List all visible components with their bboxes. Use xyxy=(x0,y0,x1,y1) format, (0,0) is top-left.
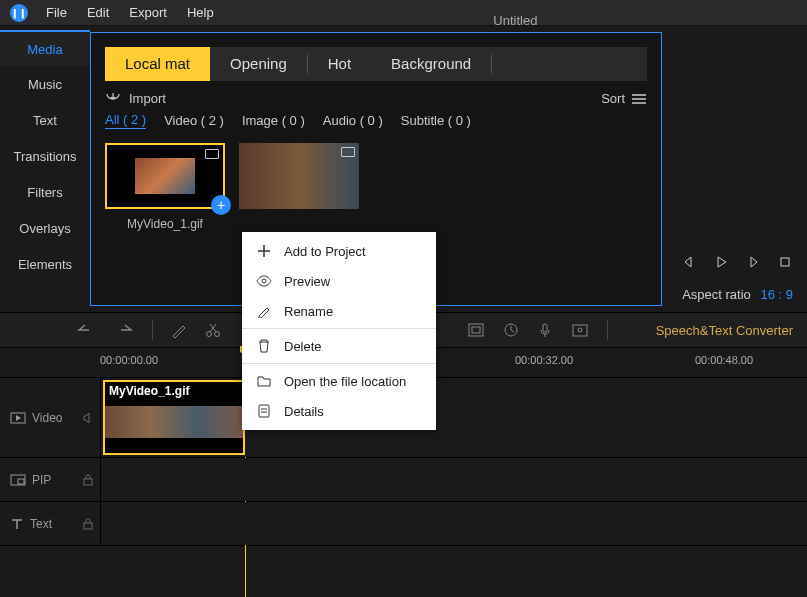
text-track: Text xyxy=(0,502,807,546)
import-icon xyxy=(105,92,121,106)
ctx-add-to-project[interactable]: Add to Project xyxy=(242,236,436,266)
trash-icon xyxy=(256,338,272,354)
app-logo: ❙❙ xyxy=(10,4,28,22)
svg-rect-4 xyxy=(472,327,480,333)
tab-separator xyxy=(491,55,492,73)
filter-all[interactable]: All ( 2 ) xyxy=(105,112,146,129)
svg-rect-3 xyxy=(469,324,483,336)
track-label: Text xyxy=(30,517,52,531)
ruler-body[interactable]: 00:00:00.00 00:00:16.00 00:00:32.00 00:0… xyxy=(100,348,807,377)
folder-icon xyxy=(256,373,272,389)
sort-button[interactable]: Sort xyxy=(601,91,647,106)
media-tab-hot[interactable]: Hot xyxy=(308,47,371,81)
filter-video[interactable]: Video ( 2 ) xyxy=(164,113,224,128)
sidebar-item-text[interactable]: Text xyxy=(0,102,90,138)
svg-rect-0 xyxy=(781,258,789,266)
media-tab-opening[interactable]: Opening xyxy=(210,47,307,81)
toolbar-separator xyxy=(152,320,153,340)
speech-text-converter-link[interactable]: Speech&Text Converter xyxy=(656,323,793,338)
track-body[interactable] xyxy=(100,502,807,545)
menu-export[interactable]: Export xyxy=(119,0,177,26)
ruler-tick: 00:00:00.00 xyxy=(100,354,158,366)
svg-rect-11 xyxy=(18,479,24,484)
clip-filmstrip xyxy=(105,406,243,438)
details-icon xyxy=(256,403,272,419)
play-button[interactable] xyxy=(711,252,731,272)
playback-controls xyxy=(679,252,795,272)
plus-icon xyxy=(256,243,272,259)
edit-button[interactable] xyxy=(171,322,187,338)
media-tab-background[interactable]: Background xyxy=(371,47,491,81)
ctx-label: Details xyxy=(284,404,324,419)
next-frame-button[interactable] xyxy=(743,252,763,272)
svg-rect-13 xyxy=(84,523,92,529)
menu-edit[interactable]: Edit xyxy=(77,0,119,26)
media-thumbnails: + MyVideo_1.gif xyxy=(91,137,661,237)
sidebar-item-music[interactable]: Music xyxy=(0,66,90,102)
add-clip-button[interactable]: + xyxy=(211,195,231,215)
document-title: Untitled xyxy=(493,13,537,28)
media-clip[interactable]: + MyVideo_1.gif xyxy=(105,143,225,231)
duration-button[interactable] xyxy=(503,322,519,338)
pip-track: PIP xyxy=(0,458,807,502)
track-mute-button[interactable] xyxy=(76,378,100,457)
track-lock-button[interactable] xyxy=(76,458,100,501)
filter-image[interactable]: Image ( 0 ) xyxy=(242,113,305,128)
pip-track-icon xyxy=(10,474,26,486)
sort-label: Sort xyxy=(601,91,625,106)
track-body[interactable]: MyVideo_1.gif xyxy=(100,378,807,457)
ctx-label: Add to Project xyxy=(284,244,366,259)
clip-thumbnail[interactable] xyxy=(239,143,359,209)
sidebar-item-transitions[interactable]: Transitions xyxy=(0,138,90,174)
svg-rect-12 xyxy=(84,479,92,485)
track-header: Video xyxy=(0,378,76,457)
track-body[interactable] xyxy=(100,458,807,501)
sidebar-item-media[interactable]: Media xyxy=(0,30,90,66)
stop-button[interactable] xyxy=(775,252,795,272)
undo-button[interactable] xyxy=(76,322,96,338)
filter-subtitle[interactable]: Subtitle ( 0 ) xyxy=(401,113,471,128)
svg-point-8 xyxy=(578,328,582,332)
aspect-ratio-value[interactable]: 16 : 9 xyxy=(760,287,793,302)
ctx-rename[interactable]: Rename xyxy=(242,296,436,326)
menu-help[interactable]: Help xyxy=(177,0,224,26)
media-clip[interactable] xyxy=(239,143,359,231)
ctx-delete[interactable]: Delete xyxy=(242,331,436,361)
ctx-details[interactable]: Details xyxy=(242,396,436,426)
screenshot-button[interactable] xyxy=(571,322,589,338)
crop-button[interactable] xyxy=(467,322,485,338)
ctx-separator xyxy=(242,363,436,364)
track-header: Text xyxy=(0,502,76,545)
import-button[interactable]: Import xyxy=(105,91,166,106)
aspect-ratio-row: Aspect ratio 16 : 9 xyxy=(682,287,793,302)
video-track-icon xyxy=(10,412,26,424)
media-tab-local[interactable]: Local mat xyxy=(105,47,210,81)
menu-file[interactable]: File xyxy=(36,0,77,26)
pencil-icon xyxy=(256,303,272,319)
ctx-preview[interactable]: Preview xyxy=(242,266,436,296)
sidebar-item-elements[interactable]: Elements xyxy=(0,246,90,282)
import-row: Import Sort xyxy=(91,81,661,112)
clip-thumbnail[interactable]: + xyxy=(105,143,225,209)
clip-label: MyVideo_1.gif xyxy=(109,384,189,398)
ctx-label: Delete xyxy=(284,339,322,354)
clip-name: MyVideo_1.gif xyxy=(105,209,225,231)
toolbar-separator xyxy=(607,320,608,340)
filter-row: All ( 2 ) Video ( 2 ) Image ( 0 ) Audio … xyxy=(91,112,661,137)
sidebar-item-overlays[interactable]: Overlays xyxy=(0,210,90,246)
timeline-clip[interactable]: MyVideo_1.gif xyxy=(103,380,245,455)
camera-icon xyxy=(341,147,355,157)
ctx-open-location[interactable]: Open the file location xyxy=(242,366,436,396)
voiceover-button[interactable] xyxy=(537,322,553,338)
prev-frame-button[interactable] xyxy=(679,252,699,272)
context-menu: Add to Project Preview Rename Delete Ope… xyxy=(242,232,436,430)
track-lock-button[interactable] xyxy=(76,502,100,545)
track-label: PIP xyxy=(32,473,51,487)
split-button[interactable] xyxy=(205,322,221,338)
filter-audio[interactable]: Audio ( 0 ) xyxy=(323,113,383,128)
svg-point-1 xyxy=(207,332,212,337)
redo-button[interactable] xyxy=(114,322,134,338)
svg-rect-7 xyxy=(573,325,587,336)
sidebar-item-filters[interactable]: Filters xyxy=(0,174,90,210)
ctx-label: Open the file location xyxy=(284,374,406,389)
